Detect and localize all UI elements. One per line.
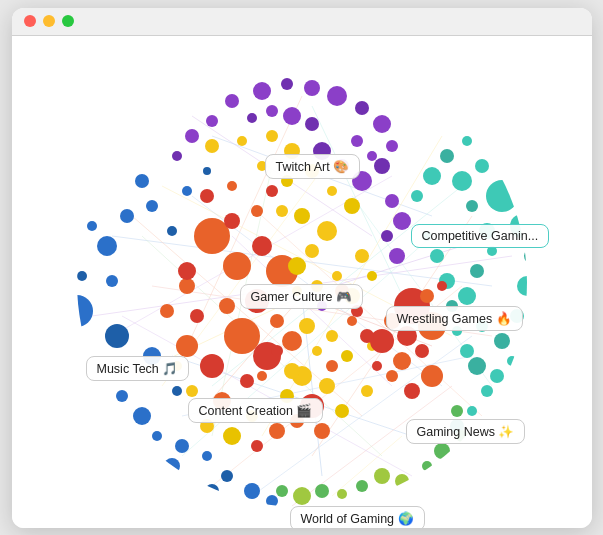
svg-point-85 xyxy=(300,394,324,418)
svg-point-187 xyxy=(386,370,398,382)
svg-point-142 xyxy=(393,212,411,230)
close-button[interactable] xyxy=(24,15,36,27)
svg-point-47 xyxy=(77,271,87,281)
svg-point-83 xyxy=(251,440,263,452)
svg-point-46 xyxy=(106,275,118,287)
svg-point-84 xyxy=(290,414,304,428)
svg-point-113 xyxy=(361,385,373,397)
svg-point-208 xyxy=(347,316,357,326)
svg-point-88 xyxy=(160,304,174,318)
svg-point-145 xyxy=(486,180,518,212)
svg-point-67 xyxy=(219,298,235,314)
svg-point-203 xyxy=(442,476,452,486)
svg-point-75 xyxy=(190,309,204,323)
svg-point-161 xyxy=(490,369,504,383)
svg-point-77 xyxy=(224,213,240,229)
svg-point-87 xyxy=(178,262,196,280)
svg-point-130 xyxy=(335,159,349,173)
svg-point-216 xyxy=(292,286,302,296)
svg-point-100 xyxy=(288,257,306,275)
svg-point-214 xyxy=(335,284,349,298)
svg-point-76 xyxy=(179,278,195,294)
svg-point-160 xyxy=(507,356,517,366)
svg-point-38 xyxy=(105,324,129,348)
svg-point-68 xyxy=(224,318,260,354)
svg-point-125 xyxy=(355,101,369,115)
network-graph-svg xyxy=(12,36,592,528)
svg-point-154 xyxy=(479,223,495,239)
svg-point-204 xyxy=(465,464,479,478)
svg-point-180 xyxy=(397,326,417,346)
svg-point-35 xyxy=(97,236,117,256)
svg-point-104 xyxy=(276,205,288,217)
svg-point-36 xyxy=(79,368,95,384)
svg-point-210 xyxy=(312,346,322,356)
svg-point-78 xyxy=(251,205,263,217)
svg-point-167 xyxy=(411,190,423,202)
svg-point-148 xyxy=(517,276,537,296)
svg-point-172 xyxy=(452,326,462,336)
svg-point-188 xyxy=(372,361,382,371)
svg-point-153 xyxy=(466,200,478,212)
svg-point-42 xyxy=(164,458,180,474)
svg-point-59 xyxy=(221,470,233,482)
svg-point-198 xyxy=(337,489,347,499)
svg-point-151 xyxy=(475,159,489,173)
svg-point-215 xyxy=(351,305,363,317)
svg-point-73 xyxy=(240,374,254,388)
svg-point-111 xyxy=(172,361,182,371)
svg-point-139 xyxy=(185,129,199,143)
svg-point-43 xyxy=(152,431,162,441)
svg-point-129 xyxy=(352,171,372,191)
svg-point-163 xyxy=(484,138,500,154)
svg-point-48 xyxy=(87,221,97,231)
svg-point-56 xyxy=(172,386,182,396)
svg-point-114 xyxy=(319,378,335,394)
svg-point-128 xyxy=(374,158,390,174)
svg-point-146 xyxy=(510,214,534,238)
svg-point-168 xyxy=(422,231,432,241)
svg-point-211 xyxy=(326,360,338,372)
svg-line-1 xyxy=(192,116,372,236)
svg-point-206 xyxy=(486,420,498,432)
svg-point-152 xyxy=(452,171,472,191)
svg-point-79 xyxy=(200,189,214,203)
svg-point-66 xyxy=(245,289,269,313)
svg-point-45 xyxy=(205,484,219,498)
svg-point-71 xyxy=(200,354,224,378)
svg-point-37 xyxy=(120,209,134,223)
svg-point-108 xyxy=(200,419,214,433)
svg-point-74 xyxy=(176,335,198,357)
svg-point-53 xyxy=(203,167,211,175)
svg-point-162 xyxy=(511,160,523,172)
svg-point-70 xyxy=(282,331,302,351)
maximize-button[interactable] xyxy=(62,15,74,27)
svg-point-183 xyxy=(393,352,411,370)
svg-point-141 xyxy=(385,194,399,208)
svg-point-93 xyxy=(257,161,267,171)
svg-line-19 xyxy=(182,236,432,456)
svg-point-185 xyxy=(421,365,443,387)
svg-point-186 xyxy=(404,383,420,399)
svg-point-72 xyxy=(213,392,231,410)
svg-point-179 xyxy=(418,312,446,340)
svg-point-143 xyxy=(381,230,393,242)
svg-point-218 xyxy=(271,345,283,357)
svg-point-176 xyxy=(467,406,477,416)
svg-point-165 xyxy=(440,149,454,163)
minimize-button[interactable] xyxy=(43,15,55,27)
svg-point-60 xyxy=(244,483,260,499)
svg-point-207 xyxy=(326,330,338,342)
graph-area: Twitch Art 🎨 Competitive Gamin... Gamer … xyxy=(12,36,592,528)
svg-point-126 xyxy=(373,115,391,133)
svg-point-110 xyxy=(186,385,198,397)
svg-point-140 xyxy=(172,151,182,161)
svg-point-58 xyxy=(202,451,212,461)
svg-point-205 xyxy=(477,446,487,456)
svg-point-134 xyxy=(305,117,319,131)
svg-point-220 xyxy=(284,363,300,379)
svg-point-137 xyxy=(247,113,257,123)
svg-point-147 xyxy=(524,248,540,264)
svg-point-201 xyxy=(276,485,288,497)
svg-point-120 xyxy=(225,94,239,108)
